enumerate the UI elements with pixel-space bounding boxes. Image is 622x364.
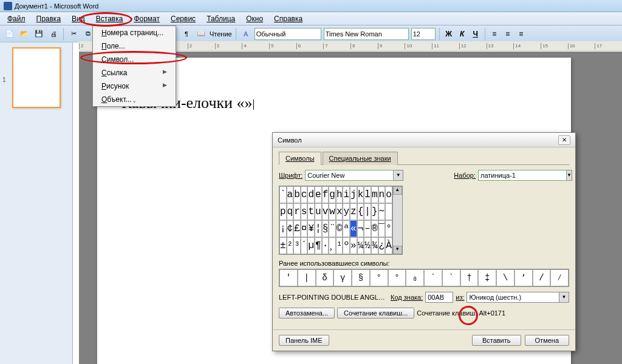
char-cell[interactable]: g bbox=[329, 186, 336, 203]
tab-special[interactable]: Специальные знаки bbox=[323, 152, 398, 165]
size-select[interactable] bbox=[411, 28, 436, 40]
char-cell[interactable]: q bbox=[287, 203, 294, 220]
char-cell[interactable]: { bbox=[357, 203, 364, 220]
char-cell[interactable]: ³ bbox=[293, 237, 301, 254]
reading-label[interactable]: Чтение bbox=[210, 30, 232, 38]
char-cell[interactable]: » bbox=[350, 237, 357, 254]
menu-format[interactable]: Формат bbox=[130, 13, 163, 24]
recent-char-cell[interactable]: \ bbox=[496, 269, 514, 286]
char-cell[interactable]: « bbox=[350, 220, 357, 237]
from-combo[interactable] bbox=[466, 292, 559, 303]
char-cell[interactable]: c bbox=[301, 186, 308, 203]
char-cell[interactable]: ` bbox=[279, 186, 287, 203]
tab-symbols[interactable]: Символы bbox=[279, 152, 321, 165]
bold-button[interactable]: Ж bbox=[443, 29, 454, 39]
set-combo[interactable] bbox=[478, 170, 567, 181]
char-cell[interactable]: k bbox=[357, 186, 364, 203]
char-cell[interactable]: À bbox=[385, 237, 392, 254]
expand-icon[interactable] bbox=[93, 96, 176, 105]
recent-char-cell[interactable]: γ bbox=[333, 269, 352, 286]
char-cell[interactable]: ¥ bbox=[307, 220, 315, 237]
char-cell[interactable]: l bbox=[364, 186, 371, 203]
char-cell[interactable]: ¡ bbox=[279, 220, 287, 237]
align-center-icon[interactable]: ≡ bbox=[502, 29, 513, 39]
recent-char-cell[interactable]: ʼ bbox=[514, 269, 533, 286]
recent-char-cell[interactable]: ′ bbox=[279, 269, 298, 286]
italic-button[interactable]: К bbox=[457, 29, 468, 39]
char-cell[interactable]: ´ bbox=[301, 237, 308, 254]
char-cell[interactable]: ~ bbox=[378, 203, 386, 220]
char-cell[interactable]: ¿ bbox=[378, 237, 386, 254]
char-cell[interactable]: r bbox=[293, 203, 301, 220]
char-cell[interactable]: m bbox=[371, 186, 378, 203]
char-cell[interactable]: z bbox=[350, 203, 357, 220]
char-cell[interactable]: ¤ bbox=[301, 220, 308, 237]
char-cell[interactable]: µ bbox=[307, 237, 315, 254]
char-cell[interactable]: ¹ bbox=[336, 237, 343, 254]
recent-char-cell[interactable]: | bbox=[298, 269, 316, 286]
recent-char-cell[interactable]: ₀ bbox=[406, 269, 424, 286]
save-icon[interactable]: 💾 bbox=[33, 28, 45, 40]
recent-char-cell[interactable]: ` bbox=[442, 269, 460, 286]
dropdown-item[interactable]: Поле... bbox=[93, 39, 176, 53]
menu-service[interactable]: Сервис bbox=[167, 13, 199, 24]
grid-scrollbar[interactable]: ▲ ▼ bbox=[393, 186, 403, 255]
menu-edit[interactable]: Правка bbox=[33, 13, 65, 24]
align-right-icon[interactable]: ≡ bbox=[516, 29, 527, 39]
menu-file[interactable]: Файл bbox=[4, 13, 29, 24]
char-cell[interactable]: o bbox=[385, 186, 392, 203]
char-cell[interactable]: ¾ bbox=[371, 237, 378, 254]
menu-table[interactable]: Таблица bbox=[203, 13, 239, 24]
dropdown-item[interactable]: Ссылка▶ bbox=[93, 66, 176, 79]
chevron-down-icon[interactable]: ▼ bbox=[394, 170, 403, 181]
dropdown-item[interactable]: Символ... bbox=[93, 53, 176, 66]
dropdown-item[interactable]: Номера страниц... bbox=[93, 26, 176, 39]
char-cell[interactable]: ® bbox=[371, 220, 378, 237]
char-cell[interactable]: e bbox=[315, 186, 322, 203]
style-icon[interactable]: A bbox=[240, 28, 252, 40]
char-cell[interactable] bbox=[385, 203, 392, 220]
scroll-up-icon[interactable]: ▲ bbox=[393, 186, 402, 195]
recent-char-cell[interactable]: ´ bbox=[424, 269, 442, 286]
char-cell[interactable]: ¼ bbox=[357, 237, 364, 254]
char-cell[interactable]: x bbox=[336, 203, 343, 220]
char-cell[interactable]: t bbox=[307, 203, 315, 220]
recent-char-cell[interactable]: ‡ bbox=[478, 269, 496, 286]
char-cell[interactable]: w bbox=[329, 203, 336, 220]
underline-button[interactable]: Ч bbox=[470, 29, 481, 39]
close-icon[interactable]: ✕ bbox=[558, 135, 570, 145]
char-cell[interactable]: ½ bbox=[364, 237, 371, 254]
shortcut-button[interactable]: Сочетание клавиш... bbox=[337, 308, 414, 318]
char-cell[interactable]: ° bbox=[385, 220, 392, 237]
char-cell[interactable]: – bbox=[364, 220, 371, 237]
char-cell[interactable]: ¢ bbox=[287, 220, 294, 237]
cancel-button[interactable]: Отмена bbox=[525, 335, 569, 346]
char-cell[interactable]: ² bbox=[287, 237, 294, 254]
code-input[interactable] bbox=[425, 292, 453, 303]
char-cell[interactable]: i bbox=[343, 186, 350, 203]
ime-button[interactable]: Панель IME bbox=[279, 335, 329, 346]
chevron-down-icon[interactable]: ▼ bbox=[567, 170, 572, 181]
char-cell[interactable]: n bbox=[378, 186, 386, 203]
font-select[interactable] bbox=[324, 28, 409, 40]
char-cell[interactable]: s bbox=[301, 203, 308, 220]
char-cell[interactable]: ¯ bbox=[378, 220, 386, 237]
char-cell[interactable]: ¸ bbox=[329, 237, 336, 254]
recent-char-cell[interactable]: ° bbox=[370, 269, 388, 286]
autocorrect-button[interactable]: Автозамена... bbox=[279, 308, 335, 318]
menu-view[interactable]: Вид bbox=[68, 13, 89, 24]
char-cell[interactable]: · bbox=[322, 237, 329, 254]
insert-button[interactable]: Вставить bbox=[472, 335, 521, 346]
menu-window[interactable]: Окно bbox=[242, 13, 267, 24]
char-cell[interactable]: © bbox=[336, 220, 343, 237]
recent-char-cell[interactable]: δ bbox=[316, 269, 334, 286]
char-cell[interactable]: ¶ bbox=[315, 237, 322, 254]
dialog-titlebar[interactable]: Символ ✕ bbox=[273, 133, 575, 147]
paragraph-icon[interactable]: ¶ bbox=[180, 28, 193, 40]
cut-icon[interactable]: ✂ bbox=[67, 28, 80, 40]
recent-char-cell[interactable]: † bbox=[460, 269, 479, 286]
char-cell[interactable]: ª bbox=[343, 220, 350, 237]
char-cell[interactable]: v bbox=[322, 203, 329, 220]
char-cell[interactable]: a bbox=[287, 186, 294, 203]
char-cell[interactable]: ¦ bbox=[315, 220, 322, 237]
